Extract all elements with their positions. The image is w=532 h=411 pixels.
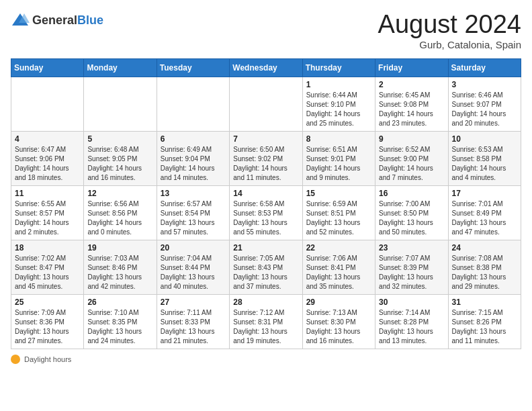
day-detail: Sunrise: 7:00 AM Sunset: 8:50 PM Dayligh…: [379, 199, 444, 237]
day-number: 15: [306, 189, 371, 198]
day-number: 2: [379, 80, 444, 89]
day-number: 21: [233, 243, 298, 253]
day-number: 4: [15, 134, 80, 144]
day-number: 29: [306, 298, 371, 307]
day-detail: Sunrise: 6:52 AM Sunset: 9:00 PM Dayligh…: [379, 145, 444, 183]
day-number: 9: [379, 134, 444, 144]
day-number: 5: [87, 134, 152, 144]
calendar-cell: 24Sunrise: 7:08 AM Sunset: 8:38 PM Dayli…: [448, 240, 521, 294]
calendar-cell: 23Sunrise: 7:07 AM Sunset: 8:39 PM Dayli…: [375, 240, 448, 294]
calendar-cell: 18Sunrise: 7:02 AM Sunset: 8:47 PM Dayli…: [11, 240, 84, 294]
calendar-cell: 22Sunrise: 7:06 AM Sunset: 8:41 PM Dayli…: [302, 240, 375, 294]
weekday-header-saturday: Saturday: [448, 58, 521, 77]
day-detail: Sunrise: 6:46 AM Sunset: 9:07 PM Dayligh…: [452, 91, 517, 128]
day-detail: Sunrise: 6:58 AM Sunset: 8:53 PM Dayligh…: [233, 199, 298, 237]
day-number: 19: [87, 243, 152, 253]
calendar-cell: 1Sunrise: 6:44 AM Sunset: 9:10 PM Daylig…: [302, 77, 375, 131]
calendar-week-2: 4Sunrise: 6:47 AM Sunset: 9:06 PM Daylig…: [11, 131, 521, 185]
day-detail: Sunrise: 6:55 AM Sunset: 8:57 PM Dayligh…: [15, 199, 80, 237]
calendar-week-4: 18Sunrise: 7:02 AM Sunset: 8:47 PM Dayli…: [11, 240, 521, 294]
calendar-cell: 19Sunrise: 7:03 AM Sunset: 8:46 PM Dayli…: [84, 240, 157, 294]
day-number: 23: [379, 243, 444, 253]
calendar-cell: 3Sunrise: 6:46 AM Sunset: 9:07 PM Daylig…: [448, 77, 521, 131]
calendar-week-1: 1Sunrise: 6:44 AM Sunset: 9:10 PM Daylig…: [11, 77, 521, 131]
day-detail: Sunrise: 6:56 AM Sunset: 8:56 PM Dayligh…: [87, 199, 152, 237]
calendar-cell: 9Sunrise: 6:52 AM Sunset: 9:00 PM Daylig…: [375, 131, 448, 185]
calendar-cell: 26Sunrise: 7:10 AM Sunset: 8:35 PM Dayli…: [84, 294, 157, 349]
day-detail: Sunrise: 7:09 AM Sunset: 8:36 PM Dayligh…: [15, 308, 80, 346]
day-number: 22: [306, 243, 371, 253]
day-detail: Sunrise: 6:49 AM Sunset: 9:04 PM Dayligh…: [161, 145, 226, 183]
calendar-cell: 13Sunrise: 6:57 AM Sunset: 8:54 PM Dayli…: [157, 185, 229, 240]
day-number: 18: [15, 243, 80, 253]
calendar-cell: 11Sunrise: 6:55 AM Sunset: 8:57 PM Dayli…: [11, 185, 84, 240]
day-detail: Sunrise: 7:14 AM Sunset: 8:28 PM Dayligh…: [379, 308, 444, 346]
calendar-cell: 15Sunrise: 6:59 AM Sunset: 8:51 PM Dayli…: [302, 185, 375, 240]
calendar-cell: [157, 77, 229, 131]
day-number: 3: [452, 80, 517, 89]
day-detail: Sunrise: 6:48 AM Sunset: 9:05 PM Dayligh…: [87, 145, 152, 183]
calendar-cell: [11, 77, 84, 131]
day-detail: Sunrise: 6:57 AM Sunset: 8:54 PM Dayligh…: [161, 199, 226, 237]
weekday-header-friday: Friday: [375, 58, 448, 77]
title-location: Gurb, Catalonia, Spain: [378, 39, 521, 50]
day-number: 1: [306, 80, 371, 89]
day-detail: Sunrise: 7:05 AM Sunset: 8:43 PM Dayligh…: [233, 254, 298, 291]
calendar-cell: 21Sunrise: 7:05 AM Sunset: 8:43 PM Dayli…: [230, 240, 302, 294]
day-number: 10: [452, 134, 517, 144]
calendar-cell: 17Sunrise: 7:01 AM Sunset: 8:49 PM Dayli…: [448, 185, 521, 240]
day-number: 13: [161, 189, 226, 198]
footer-label: Daylight hours: [24, 355, 71, 363]
day-detail: Sunrise: 7:10 AM Sunset: 8:35 PM Dayligh…: [87, 308, 152, 346]
calendar-cell: 30Sunrise: 7:14 AM Sunset: 8:28 PM Dayli…: [375, 294, 448, 349]
calendar-cell: 31Sunrise: 7:15 AM Sunset: 8:26 PM Dayli…: [448, 294, 521, 349]
footer-note: Daylight hours: [11, 355, 521, 364]
calendar-cell: 12Sunrise: 6:56 AM Sunset: 8:56 PM Dayli…: [84, 185, 157, 240]
calendar-week-3: 11Sunrise: 6:55 AM Sunset: 8:57 PM Dayli…: [11, 185, 521, 240]
day-number: 8: [306, 134, 371, 144]
calendar-cell: 6Sunrise: 6:49 AM Sunset: 9:04 PM Daylig…: [157, 131, 229, 185]
calendar-cell: 5Sunrise: 6:48 AM Sunset: 9:05 PM Daylig…: [84, 131, 157, 185]
calendar-cell: 2Sunrise: 6:45 AM Sunset: 9:08 PM Daylig…: [375, 77, 448, 131]
day-detail: Sunrise: 7:07 AM Sunset: 8:39 PM Dayligh…: [379, 254, 444, 291]
logo-text-general: General: [32, 13, 77, 27]
calendar-cell: 4Sunrise: 6:47 AM Sunset: 9:06 PM Daylig…: [11, 131, 84, 185]
day-detail: Sunrise: 7:01 AM Sunset: 8:49 PM Dayligh…: [452, 199, 517, 237]
day-number: 31: [452, 298, 517, 307]
day-number: 25: [15, 298, 80, 307]
calendar-cell: 10Sunrise: 6:53 AM Sunset: 8:58 PM Dayli…: [448, 131, 521, 185]
day-detail: Sunrise: 7:12 AM Sunset: 8:31 PM Dayligh…: [233, 308, 298, 346]
calendar-cell: 27Sunrise: 7:11 AM Sunset: 8:33 PM Dayli…: [157, 294, 229, 349]
calendar-cell: 16Sunrise: 7:00 AM Sunset: 8:50 PM Dayli…: [375, 185, 448, 240]
day-detail: Sunrise: 6:59 AM Sunset: 8:51 PM Dayligh…: [306, 199, 371, 237]
day-number: 27: [161, 298, 226, 307]
day-number: 30: [379, 298, 444, 307]
day-number: 12: [87, 189, 152, 198]
day-detail: Sunrise: 7:03 AM Sunset: 8:46 PM Dayligh…: [87, 254, 152, 291]
calendar-cell: 25Sunrise: 7:09 AM Sunset: 8:36 PM Dayli…: [11, 294, 84, 349]
day-detail: Sunrise: 6:53 AM Sunset: 8:58 PM Dayligh…: [452, 145, 517, 183]
calendar-week-5: 25Sunrise: 7:09 AM Sunset: 8:36 PM Dayli…: [11, 294, 521, 349]
calendar-cell: 29Sunrise: 7:13 AM Sunset: 8:30 PM Dayli…: [302, 294, 375, 349]
day-detail: Sunrise: 6:51 AM Sunset: 9:01 PM Dayligh…: [306, 145, 371, 183]
day-detail: Sunrise: 7:06 AM Sunset: 8:41 PM Dayligh…: [306, 254, 371, 291]
day-number: 20: [161, 243, 226, 253]
day-number: 26: [87, 298, 152, 307]
day-number: 28: [233, 298, 298, 307]
logo-icon: [11, 11, 30, 30]
calendar-cell: [230, 77, 302, 131]
day-detail: Sunrise: 7:04 AM Sunset: 8:44 PM Dayligh…: [161, 254, 226, 291]
day-number: 24: [452, 243, 517, 253]
weekday-header-thursday: Thursday: [302, 58, 375, 77]
weekday-header-monday: Monday: [84, 58, 157, 77]
day-detail: Sunrise: 6:45 AM Sunset: 9:08 PM Dayligh…: [379, 91, 444, 128]
day-detail: Sunrise: 6:50 AM Sunset: 9:02 PM Dayligh…: [233, 145, 298, 183]
day-number: 16: [379, 189, 444, 198]
calendar-table: SundayMondayTuesdayWednesdayThursdayFrid…: [11, 58, 521, 349]
page-header: GeneralBlue August 2024 Gurb, Catalonia,…: [11, 11, 521, 50]
day-detail: Sunrise: 7:13 AM Sunset: 8:30 PM Dayligh…: [306, 308, 371, 346]
weekday-header-wednesday: Wednesday: [230, 58, 302, 77]
day-number: 17: [452, 189, 517, 198]
calendar-cell: 20Sunrise: 7:04 AM Sunset: 8:44 PM Dayli…: [157, 240, 229, 294]
logo-text-blue: Blue: [77, 13, 103, 27]
